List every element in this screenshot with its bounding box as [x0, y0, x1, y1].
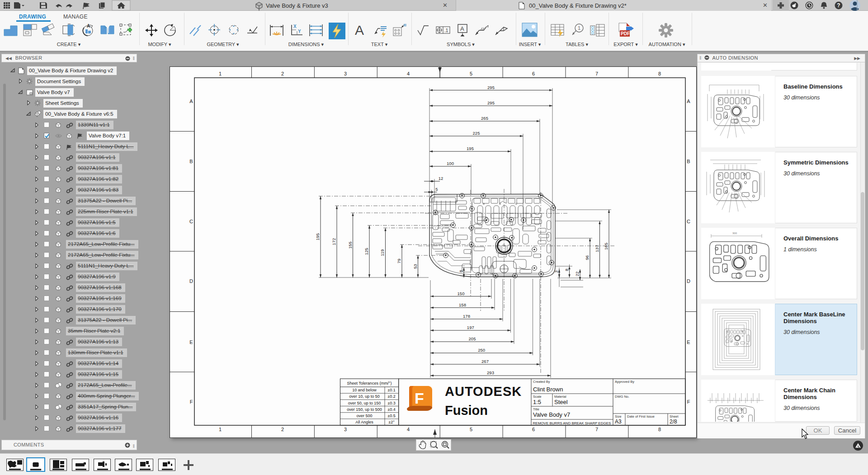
svg-text:3: 3 — [344, 427, 347, 432]
svg-text:C: C — [687, 219, 690, 224]
svg-text:Title: Title — [533, 407, 539, 411]
svg-text:205: 205 — [469, 336, 476, 341]
svg-text:F: F — [415, 390, 424, 407]
svg-text:119: 119 — [380, 249, 385, 256]
svg-text:A: A — [87, 24, 90, 28]
svg-text:1: 1 — [578, 25, 580, 31]
svg-text:300: 300 — [732, 232, 737, 235]
svg-text:6: 6 — [532, 427, 535, 432]
svg-text:B: B — [189, 159, 193, 164]
svg-text:Valve Body v7: Valve Body v7 — [533, 411, 570, 418]
svg-text:265: 265 — [481, 116, 488, 121]
svg-text:Created By: Created By — [533, 380, 550, 384]
svg-text:B: B — [687, 159, 690, 164]
svg-text:10 and below: 10 and below — [352, 388, 377, 392]
svg-text:267: 267 — [481, 359, 489, 364]
svg-text:8: 8 — [564, 268, 569, 271]
svg-text:Size: Size — [615, 414, 622, 419]
svg-text:X: X — [293, 24, 297, 29]
svg-text:137: 137 — [594, 245, 599, 252]
svg-text:293: 293 — [487, 370, 494, 375]
svg-text:A3: A3 — [615, 419, 622, 425]
svg-text:3: 3 — [344, 71, 347, 76]
svg-text:F: F — [190, 399, 193, 404]
svg-text:150: 150 — [458, 291, 465, 296]
svg-text:5: 5 — [470, 71, 472, 76]
svg-text:96: 96 — [585, 255, 590, 260]
svg-text:DWG No.: DWG No. — [615, 395, 629, 399]
svg-text:Clint Brown: Clint Brown — [533, 386, 563, 393]
svg-text:Sheet: Sheet — [670, 414, 679, 419]
svg-text:All Angles: All Angles — [355, 420, 373, 424]
svg-text:±0.3: ±0.3 — [387, 401, 395, 405]
svg-text:6: 6 — [532, 71, 535, 76]
svg-text:Date of First Issue: Date of First Issue — [627, 414, 655, 419]
svg-text:79: 79 — [396, 259, 401, 263]
svg-text:A: A — [355, 23, 364, 38]
svg-text:5: 5 — [435, 187, 438, 192]
svg-text:197: 197 — [467, 325, 474, 330]
svg-text:Scale: Scale — [533, 395, 542, 399]
svg-text:155: 155 — [348, 242, 353, 249]
svg-text:F: F — [687, 399, 690, 404]
svg-text:1: 1 — [219, 71, 222, 76]
svg-text:195: 195 — [315, 233, 320, 240]
svg-text:over 10, up to 50: over 10, up to 50 — [349, 394, 380, 399]
svg-text:±0.1: ±0.1 — [387, 388, 395, 392]
svg-text:A: A — [189, 99, 193, 104]
svg-text:53: 53 — [413, 264, 418, 269]
svg-text:100: 100 — [447, 161, 454, 166]
svg-text:over 500: over 500 — [356, 414, 372, 418]
svg-text:Approved By: Approved By — [615, 380, 634, 384]
svg-text:Sheet Tolerances (mm/°): Sheet Tolerances (mm/°) — [347, 381, 392, 386]
svg-text:Steel: Steel — [554, 399, 568, 405]
svg-text:±2°: ±2° — [388, 420, 395, 424]
svg-text:165: 165 — [604, 243, 609, 250]
svg-text:2/8: 2/8 — [670, 419, 677, 425]
svg-text:2: 2 — [281, 427, 284, 432]
svg-text:D: D — [687, 278, 690, 284]
svg-text:E: E — [687, 339, 690, 345]
svg-text:AUTODESK: AUTODESK — [445, 384, 522, 399]
svg-text:over 150, up to 500: over 150, up to 500 — [347, 407, 382, 412]
svg-text:8: 8 — [658, 427, 661, 432]
svg-text:22: 22 — [575, 272, 580, 277]
svg-text:1:5: 1:5 — [533, 399, 541, 405]
svg-text:.1: .1 — [444, 28, 448, 33]
svg-text:?: ? — [837, 2, 840, 9]
svg-text:PDF: PDF — [621, 31, 630, 36]
svg-text:C: C — [189, 219, 193, 224]
svg-text:250: 250 — [478, 348, 485, 353]
svg-text:E: E — [189, 339, 193, 345]
svg-text:295: 295 — [487, 100, 495, 105]
svg-text:8: 8 — [658, 71, 661, 76]
svg-text:over 50, up to 150: over 50, up to 150 — [348, 401, 381, 405]
svg-text:7: 7 — [595, 427, 598, 432]
svg-text:1: 1 — [219, 427, 222, 432]
svg-text:4: 4 — [407, 427, 410, 432]
svg-text:Y: Y — [298, 29, 301, 34]
svg-text:4: 4 — [407, 71, 410, 76]
svg-text:A: A — [687, 99, 690, 104]
svg-text:A: A — [460, 25, 464, 32]
svg-text:195: 195 — [467, 146, 474, 151]
svg-text:Fusion: Fusion — [445, 403, 488, 418]
svg-text:12: 12 — [439, 176, 443, 181]
svg-text:REMOVE BURRS AND BREAK SHARP E: REMOVE BURRS AND BREAK SHARP EDGES — [533, 421, 611, 425]
svg-text:2: 2 — [281, 71, 284, 76]
svg-text:225: 225 — [473, 131, 480, 136]
svg-text:±0.2: ±0.2 — [387, 394, 395, 399]
svg-text:158: 158 — [459, 302, 466, 307]
svg-text:Material: Material — [554, 395, 566, 399]
svg-text:±0.4: ±0.4 — [387, 407, 395, 412]
svg-text:172: 172 — [331, 238, 336, 245]
svg-text:125: 125 — [364, 248, 369, 255]
svg-text:±0.5: ±0.5 — [387, 414, 395, 418]
svg-text:7: 7 — [595, 71, 598, 76]
svg-text:295: 295 — [487, 85, 495, 90]
svg-text:D: D — [189, 278, 193, 284]
svg-text:178: 178 — [463, 314, 470, 319]
svg-text:5: 5 — [470, 427, 472, 432]
